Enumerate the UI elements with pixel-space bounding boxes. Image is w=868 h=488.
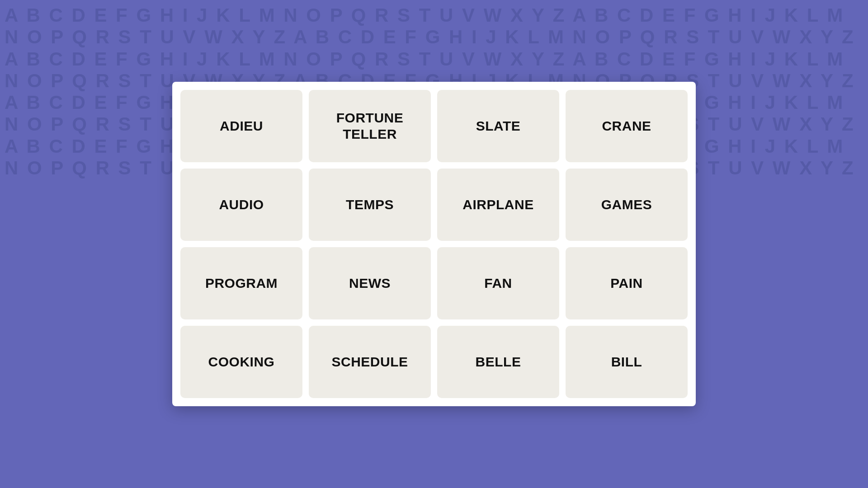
card-label-fan: FAN (484, 275, 512, 291)
card-label-crane: CRANE (602, 118, 651, 134)
card-slate[interactable]: SLATE (437, 90, 559, 162)
card-games[interactable]: GAMES (566, 169, 688, 241)
card-label-fortune-teller: FORTUNE TELLER (309, 110, 431, 142)
card-crane[interactable]: CRANE (566, 90, 688, 162)
card-label-program: PROGRAM (205, 275, 278, 291)
card-bill[interactable]: BILL (566, 326, 688, 398)
card-pain[interactable]: PAIN (566, 247, 688, 319)
card-program[interactable]: PROGRAM (180, 247, 302, 319)
card-label-news: NEWS (349, 275, 391, 291)
card-label-audio: AUDIO (219, 197, 264, 213)
card-label-adieu: ADIEU (220, 118, 263, 134)
card-label-schedule: SCHEDULE (331, 354, 408, 370)
card-adieu[interactable]: ADIEU (180, 90, 302, 162)
card-label-temps: TEMPS (346, 197, 394, 213)
card-label-slate: SLATE (476, 118, 521, 134)
card-audio[interactable]: AUDIO (180, 169, 302, 241)
card-cooking[interactable]: COOKING (180, 326, 302, 398)
card-airplane[interactable]: AIRPLANE (437, 169, 559, 241)
card-label-belle: BELLE (476, 354, 521, 370)
card-label-bill: BILL (611, 354, 642, 370)
card-news[interactable]: NEWS (309, 247, 431, 319)
card-fortune-teller[interactable]: FORTUNE TELLER (309, 90, 431, 162)
card-fan[interactable]: FAN (437, 247, 559, 319)
card-label-airplane: AIRPLANE (462, 197, 533, 213)
word-grid: ADIEUFORTUNE TELLERSLATECRANEAUDIOTEMPSA… (172, 82, 696, 406)
card-label-games: GAMES (601, 197, 652, 213)
card-label-pain: PAIN (610, 275, 642, 291)
card-schedule[interactable]: SCHEDULE (309, 326, 431, 398)
card-label-cooking: COOKING (208, 354, 275, 370)
card-temps[interactable]: TEMPS (309, 169, 431, 241)
card-belle[interactable]: BELLE (437, 326, 559, 398)
